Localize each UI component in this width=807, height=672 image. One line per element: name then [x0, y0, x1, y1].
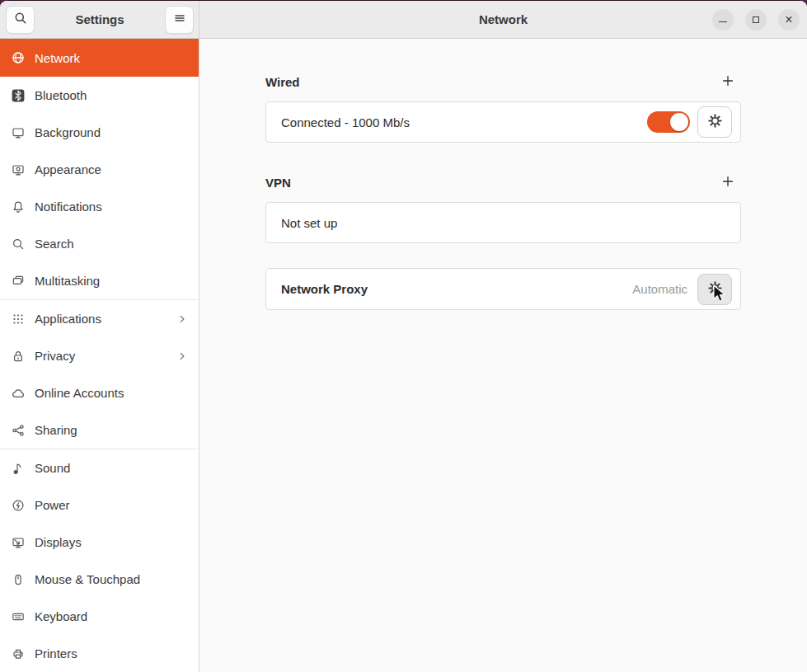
- close-button[interactable]: ×: [778, 9, 800, 31]
- sidebar-item-printers[interactable]: Printers: [0, 635, 199, 672]
- sidebar-item-label: Sound: [35, 461, 189, 475]
- sidebar-item-label: Mouse & Touchpad: [35, 572, 189, 586]
- hamburger-menu-icon: [173, 12, 186, 27]
- proxy-mode-value: Automatic: [632, 282, 687, 296]
- sidebar-item-power[interactable]: Power: [0, 486, 199, 524]
- vpn-section: VPN Not set up: [265, 172, 741, 243]
- sidebar-item-label: Background: [35, 125, 189, 139]
- sidebar-item-label: Keyboard: [35, 609, 189, 623]
- network-proxy-label: Network Proxy: [281, 282, 632, 296]
- sidebar-item-label: Privacy: [35, 349, 166, 363]
- sidebar-item-displays[interactable]: Displays: [0, 524, 199, 561]
- mouse-icon: [12, 573, 25, 586]
- music-note-icon: [12, 462, 25, 475]
- proxy-settings-button[interactable]: [697, 274, 732, 305]
- minimize-button[interactable]: [712, 9, 734, 31]
- app-title: Settings: [35, 12, 165, 26]
- appearance-icon: [12, 163, 25, 176]
- settings-window: Settings Network × NetworkBluetoothBackg: [0, 0, 807, 672]
- displays-icon: [12, 536, 25, 549]
- network-panel: Wired Connected - 1000 Mb/s: [199, 39, 807, 672]
- vpn-status-label: Not set up: [281, 216, 732, 230]
- sidebar-item-label: Bluetooth: [35, 88, 189, 102]
- network-proxy-row: Network Proxy Automatic: [265, 268, 741, 310]
- vpn-status-row: Not set up: [265, 202, 741, 243]
- wired-status-label: Connected - 1000 Mb/s: [281, 115, 647, 129]
- gear-icon: [707, 280, 723, 298]
- sidebar-headerbar: Settings: [0, 1, 199, 38]
- search-button[interactable]: [6, 6, 35, 34]
- chevron-right-icon: [176, 313, 189, 326]
- maximize-icon: [753, 16, 759, 23]
- lock-icon: [12, 350, 25, 363]
- globe-icon: [12, 51, 25, 64]
- background-icon: [12, 126, 25, 139]
- bluetooth-icon: [12, 89, 25, 102]
- page-title: Network: [479, 12, 528, 26]
- share-icon: [12, 424, 25, 437]
- sidebar-item-background[interactable]: Background: [0, 114, 199, 151]
- vpn-section-title: VPN: [265, 176, 291, 190]
- search-icon: [12, 237, 25, 251]
- printer-icon: [12, 647, 25, 660]
- wired-connection-row: Connected - 1000 Mb/s: [265, 101, 741, 143]
- sidebar-item-label: Displays: [35, 535, 189, 549]
- add-vpn-button[interactable]: [716, 170, 740, 195]
- chevron-right-icon: [176, 350, 189, 363]
- add-wired-connection-button[interactable]: [716, 69, 740, 94]
- gear-icon: [707, 113, 723, 131]
- sidebar-item-privacy[interactable]: Privacy: [0, 337, 199, 374]
- plus-icon: [721, 175, 734, 190]
- sidebar: NetworkBluetoothBackgroundAppearanceNoti…: [0, 39, 199, 672]
- primary-menu-button[interactable]: [165, 6, 194, 34]
- plus-icon: [721, 74, 734, 90]
- sidebar-item-label: Multitasking: [35, 274, 189, 288]
- keyboard-icon: [12, 610, 25, 623]
- close-icon: ×: [785, 13, 792, 26]
- sidebar-item-label: Online Accounts: [35, 386, 189, 400]
- sidebar-item-label: Notifications: [35, 200, 189, 214]
- sidebar-item-appearance[interactable]: Appearance: [0, 151, 199, 188]
- multitasking-icon: [12, 275, 25, 288]
- headerbar: Settings Network ×: [0, 1, 807, 39]
- sidebar-item-sound[interactable]: Sound: [0, 449, 199, 486]
- sidebar-item-bluetooth[interactable]: Bluetooth: [0, 77, 199, 114]
- toggle-knob: [670, 113, 688, 131]
- minimize-icon: [719, 21, 727, 22]
- sidebar-item-search[interactable]: Search: [0, 225, 199, 262]
- sidebar-item-applications[interactable]: Applications: [0, 300, 199, 337]
- sidebar-item-mouse[interactable]: Mouse & Touchpad: [0, 561, 199, 598]
- sidebar-item-keyboard[interactable]: Keyboard: [0, 598, 199, 635]
- wired-section: Wired Connected - 1000 Mb/s: [265, 72, 741, 143]
- sidebar-item-label: Printers: [35, 646, 189, 660]
- sidebar-item-label: Power: [35, 498, 189, 512]
- bell-icon: [12, 200, 25, 214]
- sidebar-item-network[interactable]: Network: [0, 39, 199, 77]
- sidebar-item-label: Appearance: [35, 162, 189, 176]
- wired-settings-button[interactable]: [697, 106, 732, 138]
- sidebar-item-label: Applications: [35, 312, 166, 326]
- sidebar-item-label: Sharing: [35, 423, 189, 437]
- wired-section-title: Wired: [265, 75, 300, 89]
- wired-toggle-switch[interactable]: [647, 111, 690, 133]
- sidebar-item-sharing[interactable]: Sharing: [0, 411, 199, 449]
- sidebar-item-notifications[interactable]: Notifications: [0, 188, 199, 225]
- cloud-icon: [12, 387, 25, 400]
- sidebar-item-multitasking[interactable]: Multitasking: [0, 262, 199, 299]
- sidebar-item-label: Search: [35, 237, 189, 251]
- content-headerbar: Network ×: [199, 1, 807, 38]
- window-controls: ×: [712, 1, 800, 38]
- sidebar-item-online-accounts[interactable]: Online Accounts: [0, 374, 199, 411]
- sidebar-item-label: Network: [35, 51, 189, 65]
- magnifier-icon: [14, 12, 27, 27]
- apps-grid-icon: [12, 313, 25, 326]
- maximize-button[interactable]: [745, 9, 767, 31]
- power-icon: [12, 499, 25, 512]
